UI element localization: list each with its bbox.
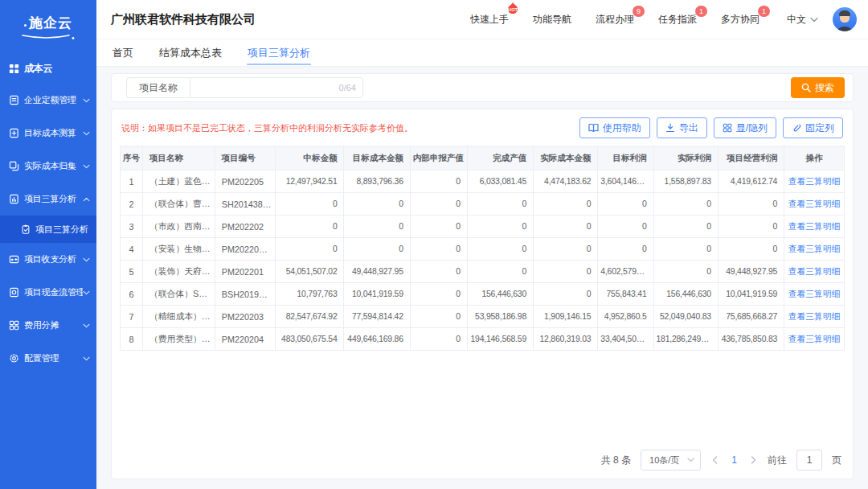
sidebar-item-enterprise-quota[interactable]: 企业定额管理 <box>0 84 96 117</box>
topnav-feature-nav[interactable]: 功能导航 <box>533 13 571 27</box>
chevron-down-icon <box>810 17 818 23</box>
avatar[interactable] <box>833 7 857 31</box>
view-details-link[interactable]: 查看三算明细 <box>788 266 841 276</box>
view-details-link[interactable]: 查看三算明细 <box>788 176 841 186</box>
sidebar-item-label: 项目现金流管理 <box>24 286 83 298</box>
operation-cell: 查看三算明细 <box>784 171 845 193</box>
panel-toolbar: 说明：如果项目不是已完工状态，三算分析中的利润分析无实际参考价值。 使用帮助导出… <box>120 116 845 138</box>
chevron-down-icon <box>83 290 90 295</box>
main-area: 广州联君软件科技有限公司 快速上手HOT功能导航流程办理9任务指派1多方协同1 … <box>96 0 868 489</box>
fix-columns-button[interactable]: 固定列 <box>783 117 843 138</box>
topnav-task-assign[interactable]: 任务指派1 <box>658 13 697 27</box>
language-selector[interactable]: 中文 <box>787 13 818 27</box>
amount-cell: 82,547,674.92 <box>275 306 344 328</box>
chevron-down-icon <box>83 131 90 136</box>
checklist-icon <box>21 224 31 235</box>
amount-cell: 0 <box>718 238 784 261</box>
topnav-quick-start[interactable]: 快速上手HOT <box>470 13 509 27</box>
sidebar-item-cost-cloud[interactable]: 成本云 <box>0 53 96 84</box>
table-row: 3（市政）西南循环经济园B...PM20220200000000查看三算明细 <box>121 216 845 238</box>
view-details-link[interactable]: 查看三算明细 <box>788 334 841 343</box>
project-name-cell: （联合体）S26公路机电设... <box>143 283 215 306</box>
amount-cell: 1,909,146.15 <box>533 306 597 328</box>
amount-cell: 156,446,630 <box>467 283 533 306</box>
goto-page-input[interactable]: 1 <box>796 450 822 471</box>
table-header-row: 序号项目名称项目编号中标金额目标成本金额内部申报产值完成产值实际成本金额目标利润… <box>121 146 845 171</box>
sidebar-item-config-management[interactable]: 配置管理 <box>0 342 96 375</box>
allocation-icon <box>9 320 20 331</box>
project-name-input[interactable]: 0/64 <box>190 77 363 98</box>
prev-page-button[interactable] <box>710 456 719 464</box>
logo-swoosh <box>19 33 77 40</box>
next-page-button[interactable] <box>749 456 758 464</box>
search-icon <box>801 83 811 92</box>
amount-cell: 156,446,630 <box>653 283 718 306</box>
amount-cell: 449,646,169.86 <box>344 328 410 351</box>
tab-settlement-cost-summary[interactable]: 结算成本总表 <box>158 39 223 67</box>
hot-flame-icon: HOT <box>504 2 522 14</box>
view-details-link[interactable]: 查看三算明细 <box>788 311 841 321</box>
topnav-multi-party-collab[interactable]: 多方协同1 <box>721 13 760 27</box>
column-header: 目标利润 <box>598 146 653 171</box>
sidebar-item-target-cost-estimate[interactable]: 目标成本测算 <box>0 117 96 150</box>
chevron-down-icon <box>83 323 90 328</box>
tab-home[interactable]: 首页 <box>112 39 134 67</box>
language-label: 中文 <box>787 13 806 27</box>
page-size-select[interactable]: 10条/页 <box>641 450 701 471</box>
amount-cell: 54,051,507.02 <box>275 261 344 283</box>
toolbar-buttons: 使用帮助导出显/隐列固定列 <box>579 117 843 138</box>
amount-cell: 181,286,249.56 <box>653 328 718 351</box>
chevron-down-icon <box>687 458 694 462</box>
chevron-down-icon <box>83 164 90 169</box>
toggle-columns-button[interactable]: 显/隐列 <box>714 117 776 138</box>
logo: 施企云 <box>0 0 96 48</box>
amount-cell: 0 <box>410 216 467 238</box>
operation-cell: 查看三算明细 <box>784 261 845 283</box>
view-details-link[interactable]: 查看三算明细 <box>788 199 841 208</box>
char-counter: 0/64 <box>339 83 356 92</box>
view-details-link[interactable]: 查看三算明细 <box>788 221 841 231</box>
amount-cell: 0 <box>410 283 467 306</box>
notification-badge: 9 <box>633 6 645 17</box>
gear-icon <box>9 353 20 364</box>
amount-cell: 1,558,897.83 <box>653 171 718 193</box>
view-details-link[interactable]: 查看三算明细 <box>788 244 841 253</box>
amount-cell: 755,843.41 <box>598 283 653 306</box>
amount-cell: 436,785,850.83 <box>718 328 784 351</box>
logo-dot <box>24 24 27 27</box>
amount-cell: 10,797,763 <box>275 283 344 306</box>
amount-cell: 77,594,814.42 <box>344 306 410 328</box>
project-name-cell: （市政）西南循环经济园B... <box>143 216 215 238</box>
table-row: 8（费用类型）郑州冬青街中...PM220204483,050,675.5444… <box>121 328 845 351</box>
project-code-cell: PM220203 <box>215 306 275 328</box>
search-button[interactable]: 搜索 <box>791 77 845 98</box>
amount-cell: 0 <box>533 261 597 283</box>
current-page[interactable]: 1 <box>729 454 739 466</box>
collect-icon <box>9 161 20 172</box>
sidebar-item-project-income-expense[interactable]: 项目收支分析 <box>0 243 96 276</box>
search-button-label: 搜索 <box>815 81 834 95</box>
amount-cell: 4,474,183.62 <box>533 171 597 193</box>
sidebar-item-label: 实际成本归集 <box>24 160 83 172</box>
topnav-label: 快速上手 <box>470 14 509 25</box>
pagination-total: 共 8 条 <box>601 454 631 467</box>
tab-project-three-calc-analysis[interactable]: 项目三算分析 <box>247 39 311 67</box>
export-button[interactable]: 导出 <box>657 117 707 138</box>
topnav-label: 功能导航 <box>533 14 571 25</box>
sidebar-item-actual-cost-collection[interactable]: 实际成本归集 <box>0 150 96 183</box>
sidebar-item-project-cashflow[interactable]: 项目现金流管理 <box>0 276 96 309</box>
sidebar-item-project-three-calc-analysis[interactable]: 项目三算分析 <box>0 183 96 216</box>
sidebar-subitem-project-three-calc-analysis-sub[interactable]: 项目三算分析 <box>0 216 96 243</box>
row-index-cell: 1 <box>121 171 143 193</box>
project-name-cell: （安装）生物降解聚酯及其... <box>143 238 215 261</box>
amount-cell: 0 <box>533 238 597 261</box>
sidebar-item-expense-allocation[interactable]: 费用分摊 <box>0 309 96 342</box>
calc-icon <box>9 128 20 139</box>
amount-cell: 0 <box>410 238 467 261</box>
project-code-cell: PM220204 <box>215 328 275 351</box>
topnav-process-handling[interactable]: 流程办理9 <box>596 13 634 27</box>
view-details-link[interactable]: 查看三算明细 <box>788 289 841 298</box>
help-button[interactable]: 使用帮助 <box>579 117 650 138</box>
amount-cell: 12,497,942.51 <box>275 171 344 193</box>
project-name-cell: （联合体）曹杨污水泵站迁... <box>143 193 215 216</box>
